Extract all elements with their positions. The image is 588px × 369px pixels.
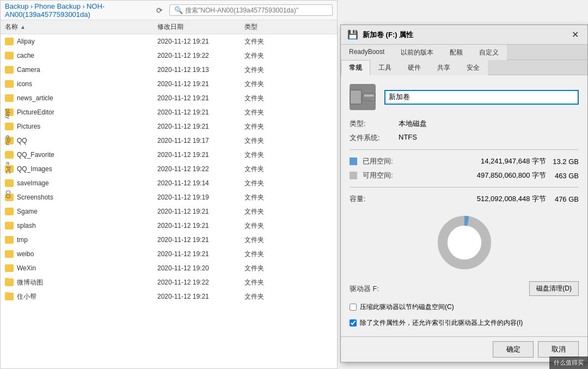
dialog-body: 类型: 本地磁盘 文件系统: NTFS 已用空间: 14,241,947,648… xyxy=(341,75,587,336)
drive-letter-label: 驱动器 F: xyxy=(350,284,379,294)
free-space-row: 可用空间: 497,850,060,800 字节 463 GB xyxy=(350,171,579,180)
tab-readyboost[interactable]: ReadyBoost xyxy=(341,45,393,60)
col-header-date[interactable]: 修改日期 xyxy=(157,22,244,32)
file-type: 文件夹 xyxy=(244,264,333,273)
refresh-button[interactable]: ⟳ xyxy=(153,4,166,17)
file-row[interactable]: splash 2020-11-12 19:21 文件夹 xyxy=(1,219,337,233)
file-row[interactable]: Sgame 2020-11-12 19:21 文件夹 xyxy=(1,204,337,219)
file-row[interactable]: weibo 2020-11-12 19:21 文件夹 xyxy=(1,247,337,261)
ok-button[interactable]: 确定 xyxy=(493,341,534,358)
compress-checkbox[interactable] xyxy=(350,304,357,311)
tab-sharing[interactable]: 共享 xyxy=(429,60,458,75)
folder-icon xyxy=(5,80,14,88)
folder-icon xyxy=(5,208,14,215)
file-name: cache xyxy=(17,52,34,59)
tab-hardware[interactable]: 硬件 xyxy=(400,60,429,75)
file-row[interactable]: QQ 2020-11-12 19:17 文件夹 xyxy=(1,134,337,148)
capacity-row: 容量: 512,092,008,448 字节 476 GB xyxy=(350,194,579,204)
col-header-type[interactable]: 类型 xyxy=(244,22,333,32)
file-type: 文件夹 xyxy=(244,292,333,301)
file-row[interactable]: saveImage 2020-11-12 19:14 文件夹 xyxy=(1,176,337,190)
used-color-box xyxy=(350,158,357,165)
dialog-title-label: 新加卷 (F:) 属性 xyxy=(363,30,413,40)
file-row[interactable]: QQ_Favorite 2020-11-12 19:21 文件夹 xyxy=(1,148,337,162)
sidebar-label-play[interactable]: play xyxy=(0,109,11,119)
file-row[interactable]: tmp 2020-11-12 19:21 文件夹 xyxy=(1,233,337,247)
breadcrumb-part-1[interactable]: Backup xyxy=(5,2,28,10)
donut-chart-container xyxy=(350,213,579,273)
file-row[interactable]: Pictures 2020-11-12 19:21 文件夹 xyxy=(1,119,337,134)
file-row[interactable]: QQ_Images 2020-11-12 19:22 文件夹 xyxy=(1,162,337,176)
tab-security[interactable]: 安全 xyxy=(458,60,488,75)
sidebar-label-co[interactable]: CO xyxy=(0,190,11,198)
divider-2 xyxy=(350,187,579,187)
file-date: 2020-11-12 19:21 xyxy=(157,293,244,300)
tab-general[interactable]: 常规 xyxy=(341,60,370,75)
tab-quota[interactable]: 配额 xyxy=(442,45,471,60)
file-date: 2020-11-12 19:22 xyxy=(157,52,244,59)
folder-icon xyxy=(5,222,14,229)
fs-row: 文件系统: NTFS xyxy=(350,133,579,143)
dialog-titlebar: 💾 新加卷 (F:) 属性 ✕ xyxy=(341,25,587,45)
file-date: 2020-11-12 19:19 xyxy=(157,193,244,201)
file-name: news_article xyxy=(17,94,53,102)
file-name: PictureEditor xyxy=(17,108,54,116)
sidebar-label-pc[interactable]: e PC xyxy=(0,162,11,174)
drive-name-row xyxy=(350,84,579,110)
used-space-row: 已用空间: 14,241,947,648 字节 13.2 GB xyxy=(350,156,579,166)
file-row[interactable]: icons 2020-11-12 19:21 文件夹 xyxy=(1,77,337,91)
cancel-button[interactable]: 取消 xyxy=(538,341,579,358)
file-date: 2020-11-12 19:21 xyxy=(157,94,244,102)
file-name: QQ_Images xyxy=(17,165,52,173)
sidebar-label-eru[interactable]: eRu xyxy=(0,135,11,145)
file-name: saveImage xyxy=(17,179,49,187)
dialog-close-button[interactable]: ✕ xyxy=(569,29,581,41)
file-date: 2020-11-12 19:21 xyxy=(157,38,244,45)
breadcrumb[interactable]: Backup › Phone Backup › NOH-AN00(139a457… xyxy=(5,2,150,19)
file-date: 2020-11-12 19:21 xyxy=(157,236,244,244)
breadcrumb-sep-2: › xyxy=(83,3,87,10)
watermark: 什么值得买 xyxy=(549,356,588,369)
breadcrumb-part-2[interactable]: Phone Backup xyxy=(34,2,81,10)
file-row[interactable]: 住小帮 2020-11-12 19:21 文件夹 xyxy=(1,289,337,304)
tab-customize[interactable]: 自定义 xyxy=(471,45,507,60)
file-row[interactable]: Screenshots 2020-11-12 19:19 文件夹 xyxy=(1,190,337,204)
file-type: 文件夹 xyxy=(244,108,333,117)
index-checkbox[interactable] xyxy=(350,319,357,326)
index-row: 除了文件属性外，还允许索引引此驱动器上文件的内容(I) xyxy=(350,318,579,328)
type-row: 类型: 本地磁盘 xyxy=(350,119,579,129)
explorer-window: Backup › Phone Backup › NOH-AN00(139a457… xyxy=(0,0,338,369)
drive-name-input[interactable] xyxy=(384,90,579,105)
file-type: 文件夹 xyxy=(244,122,333,131)
file-row[interactable]: PictureEditor 2020-11-12 19:21 文件夹 xyxy=(1,105,337,119)
disk-cleanup-button[interactable]: 磁盘清理(D) xyxy=(529,281,579,296)
file-date: 2020-11-12 19:14 xyxy=(157,179,244,187)
file-name: Pictures xyxy=(17,123,40,130)
svg-rect-1 xyxy=(364,95,374,97)
file-name: tmp xyxy=(17,236,28,244)
file-type: 文件夹 xyxy=(244,179,333,188)
file-date: 2020-11-12 19:21 xyxy=(157,108,244,116)
file-row[interactable]: WeXin 2020-11-12 19:20 文件夹 xyxy=(1,261,337,275)
file-type: 文件夹 xyxy=(244,80,333,89)
folder-icon xyxy=(5,236,14,244)
file-date: 2020-11-12 19:22 xyxy=(157,165,244,173)
tab-previous-versions[interactable]: 以前的版本 xyxy=(393,45,442,60)
file-row[interactable]: news_article 2020-11-12 19:21 文件夹 xyxy=(1,91,337,105)
drive-icon-large xyxy=(350,84,376,110)
folder-icon xyxy=(5,94,14,102)
tab-tools[interactable]: 工具 xyxy=(370,60,400,75)
compress-label: 压缩此驱动器以节约磁盘空间(C) xyxy=(360,303,454,312)
file-type: 文件夹 xyxy=(244,250,333,259)
used-gb: 13.2 GB xyxy=(546,158,579,166)
capacity-bytes: 512,092,008,448 字节 xyxy=(406,194,546,204)
sidebar-panel: play eRu e PC CO xyxy=(0,109,11,198)
file-row[interactable]: 微博动图 2020-11-12 19:22 文件夹 xyxy=(1,275,337,289)
file-row[interactable]: Camera 2020-11-12 19:13 文件夹 xyxy=(1,63,337,77)
file-row[interactable]: Alipay 2020-11-12 19:21 文件夹 xyxy=(1,34,337,49)
properties-dialog: 💾 新加卷 (F:) 属性 ✕ ReadyBoost 以前的版本 配额 自定义 … xyxy=(340,25,588,362)
col-header-name[interactable]: 名称 ▲ xyxy=(5,22,157,32)
search-input[interactable] xyxy=(185,7,328,14)
file-date: 2020-11-12 19:22 xyxy=(157,279,244,286)
file-row[interactable]: cache 2020-11-12 19:22 文件夹 xyxy=(1,49,337,63)
